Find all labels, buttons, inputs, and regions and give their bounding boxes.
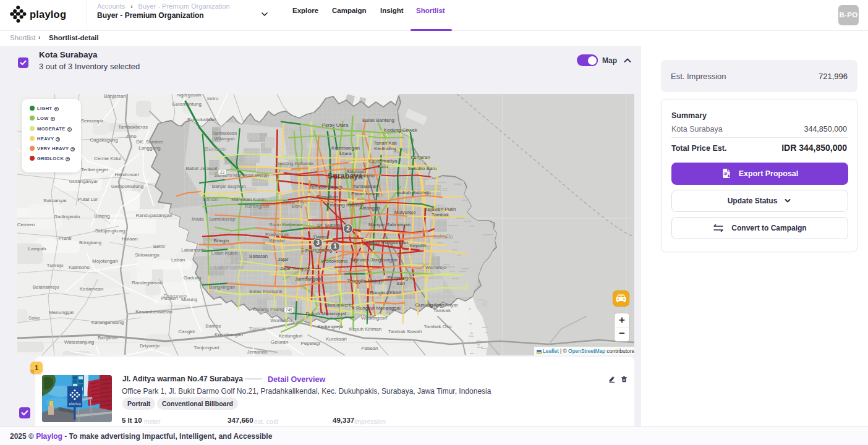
svg-text:Indro: Indro: [207, 96, 219, 101]
svg-text:Tambak: Tambak: [433, 308, 451, 313]
svg-text:Pabean: Pabean: [361, 345, 378, 351]
svg-text:Surabaya: Surabaya: [328, 172, 363, 180]
svg-text:Banjar Sugihan: Banjar Sugihan: [212, 184, 246, 189]
svg-text:Sukoanyar: Sukoanyar: [43, 198, 67, 203]
svg-text:Sawahan: Sawahan: [317, 194, 338, 200]
svg-text:Karang Pilang: Karang Pilang: [253, 307, 284, 312]
svg-text:Tambakoso: Tambakoso: [212, 130, 237, 136]
svg-text:Babatan: Babatan: [249, 253, 268, 259]
svg-text:Sukolilo: Sukolilo: [432, 233, 453, 240]
svg-text:Langgeng: Langgeng: [138, 145, 161, 151]
svg-text:Kepuh Kiriman: Kepuh Kiriman: [349, 326, 381, 332]
svg-text:Lampah: Lampah: [28, 246, 46, 252]
svg-text:Gadingwatu: Gadingwatu: [54, 214, 80, 219]
svg-text:Hendrosari: Hendrosari: [114, 172, 138, 177]
svg-text:Dukuh Menanggal: Dukuh Menanggal: [306, 311, 346, 316]
svg-text:Kedungturi: Kedungturi: [279, 333, 303, 339]
svg-text:Dr. Sutomo: Dr. Sutomo: [317, 222, 343, 228]
svg-text:Tembok Dukuh: Tembok Dukuh: [309, 184, 342, 190]
svg-text:Wilangon: Wilangon: [214, 136, 234, 142]
svg-text:Cerme Kidul: Cerme Kidul: [94, 156, 121, 161]
svg-text:745: 745: [286, 308, 292, 312]
svg-text:Dukuh Sutorejo: Dukuh Sutorejo: [396, 190, 431, 195]
svg-text:Kejawen Putih: Kejawen Putih: [424, 206, 456, 212]
svg-text:Jemundo: Jemundo: [247, 349, 268, 355]
svg-text:Tambak Sawah: Tambak Sawah: [388, 329, 422, 334]
svg-text:Kedungrejo: Kedungrejo: [318, 324, 343, 329]
svg-text:Cermen: Cermen: [17, 222, 35, 227]
svg-text:Manyar Sabrangan: Manyar Sabrangan: [368, 222, 411, 227]
svg-text:Putat Lor: Putat Lor: [78, 197, 98, 202]
svg-text:Karangpoh: Karangpoh: [245, 203, 269, 209]
svg-text:Randegansari: Randegansari: [132, 280, 163, 286]
svg-text:Cangkir: Cangkir: [178, 329, 195, 334]
svg-text:Tanah Kali: Tanah Kali: [373, 140, 397, 146]
svg-text:23: 23: [220, 170, 225, 174]
svg-text:Gadung: Gadung: [184, 275, 201, 281]
svg-text:Lidah Kulon: Lidah Kulon: [211, 250, 237, 256]
svg-text:Jono: Jono: [126, 134, 137, 139]
svg-text:Baru: Baru: [292, 203, 302, 209]
svg-text:Mulyorejo: Mulyorejo: [394, 210, 416, 215]
svg-text:Gunung Anyar: Gunung Anyar: [415, 302, 446, 308]
svg-text:Bambe: Bambe: [205, 323, 221, 329]
svg-text:Kapasmadya: Kapasmadya: [368, 158, 398, 164]
svg-text:Lakarsantri: Lakarsantri: [181, 247, 206, 253]
svg-text:2: 2: [346, 225, 350, 232]
svg-text:Bangkingan: Bangkingan: [209, 284, 235, 290]
svg-text:Hulaan: Hulaan: [122, 236, 137, 242]
svg-text:Belahanrejo: Belahanrejo: [33, 284, 59, 290]
svg-text:Brindin: Brindin: [203, 197, 219, 202]
svg-text:Tambakberas: Tambakberas: [118, 124, 148, 130]
svg-text:Karangandong: Karangandong: [91, 320, 124, 325]
svg-text:Babat Jerawat: Babat Jerawat: [185, 166, 218, 171]
svg-text:Genting Kalianak: Genting Kalianak: [276, 161, 315, 166]
svg-text:Setro: Setro: [153, 244, 165, 249]
svg-text:Cagakagung: Cagakagung: [90, 137, 117, 143]
svg-text:Lakarsantri: Lakarsantri: [215, 264, 244, 271]
svg-text:Sukolilo Baru: Sukolilo Baru: [407, 166, 436, 171]
svg-text:Nginden Jangkungan: Nginden Jangkungan: [351, 257, 398, 263]
svg-text:Tenggilis Mejoyo: Tenggilis Mejoyo: [347, 278, 384, 284]
svg-text:Kendal: Kendal: [270, 238, 285, 244]
svg-text:Bringin: Bringin: [214, 238, 229, 244]
svg-text:Balas Klumprik: Balas Klumprik: [249, 289, 283, 294]
svg-text:Boteng: Boteng: [94, 213, 109, 219]
svg-text:Sidowungu: Sidowungu: [135, 252, 160, 258]
svg-text:Gempolkurung: Gempolkurung: [111, 184, 143, 189]
svg-text:Kureksari: Kureksari: [326, 336, 347, 342]
svg-text:Penjaringan: Penjaringan: [388, 275, 414, 281]
svg-text:Menur Pumpungan: Menur Pumpungan: [366, 240, 408, 245]
svg-text:Keputih: Keputih: [409, 243, 426, 248]
svg-text:Soko: Soko: [28, 315, 40, 321]
svg-text:Kesambenwetan: Kesambenwetan: [135, 309, 172, 315]
svg-text:Tanjungsari: Tanjungsari: [194, 345, 219, 350]
svg-text:Menunggal: Menunggal: [49, 310, 74, 315]
svg-text:Wonokromo: Wonokromo: [321, 258, 349, 264]
svg-text:Sawunggaling: Sawunggaling: [301, 247, 332, 253]
svg-text:Rungkut Menanggal: Rungkut Menanggal: [356, 305, 401, 311]
svg-text:Mojotengah: Mojotengah: [92, 258, 118, 264]
svg-text:Pepelegi: Pepelegi: [300, 341, 320, 346]
svg-text:Turirejo: Turirejo: [47, 263, 64, 268]
svg-text:Kedung Cowek: Kedung Cowek: [384, 127, 418, 133]
svg-text:Terikergeger: Terikergeger: [81, 167, 109, 172]
svg-text:Sari: Sari: [396, 281, 405, 286]
svg-text:Watestanjung: Watestanjung: [64, 339, 95, 345]
svg-text:Randupadangan: Randupadangan: [135, 213, 172, 218]
svg-text:Geluran: Geluran: [271, 339, 288, 345]
svg-text:Gulomantung: Gulomantung: [172, 101, 202, 107]
svg-text:Banjarsari: Banjarsari: [104, 94, 126, 99]
svg-text:Kedamean: Kedamean: [80, 286, 104, 292]
svg-text:Ngargosari: Ngargosari: [177, 94, 201, 98]
svg-text:Pranti: Pranti: [59, 235, 72, 241]
svg-text:Pradahkali: Pradahkali: [265, 232, 289, 237]
svg-text:Utara: Utara: [339, 151, 352, 156]
svg-text:Rungkut Kidul: Rungkut Kidul: [370, 290, 401, 295]
svg-text:Sidojangkung: Sidojangkung: [95, 228, 125, 234]
svg-text:Sambikerep: Sambikerep: [209, 216, 236, 222]
svg-text:playlog: playlog: [69, 402, 80, 405]
svg-text:Taman: Taman: [249, 325, 266, 332]
svg-text:Driyorejo: Driyorejo: [140, 343, 160, 349]
svg-text:Jajar Tunggal: Jajar Tunggal: [280, 266, 310, 271]
